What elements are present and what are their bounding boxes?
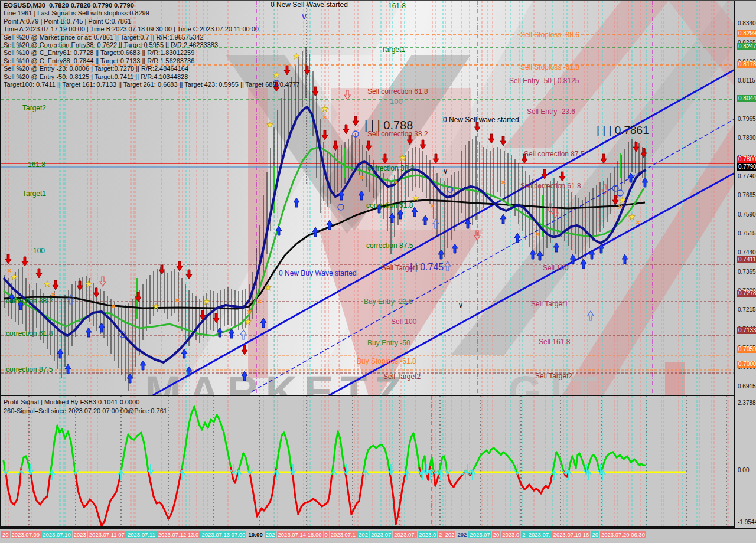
chart-annotation: Target1 bbox=[382, 46, 405, 53]
time-label[interactable]: 10:00 bbox=[247, 531, 263, 538]
v-marker-icon: ∨ bbox=[301, 11, 308, 21]
price-badge: 0.8178 bbox=[737, 61, 756, 68]
price-axis[interactable]: 0.83400.82650.81900.81150.80400.79650.78… bbox=[734, 1, 756, 395]
sell-arrow-icon bbox=[186, 270, 192, 279]
time-label[interactable]: 2023.07.09 bbox=[11, 531, 41, 538]
price-chart[interactable]: MARKETZGIT★★★★★★★★★★★★★★★××××××××××××××∨… bbox=[0, 1, 734, 395]
chart-annotation: Sell Entry -23.6 bbox=[527, 108, 575, 115]
chart-annotation: Sell Entry -50 | 0.8125 bbox=[509, 77, 579, 84]
time-axis[interactable]: 202023.07.092023.07.1020232023.07.11 072… bbox=[0, 528, 756, 543]
buy-arrow-icon bbox=[581, 259, 586, 269]
star-icon: ★ bbox=[321, 104, 329, 113]
sell-arrow-icon bbox=[22, 257, 28, 266]
time-label[interactable]: 202 bbox=[444, 531, 456, 538]
signal-info-block: EOSUSD,M30 0.7820 0.7820 0.7790 0.7790Li… bbox=[4, 2, 299, 89]
star-icon: ★ bbox=[628, 212, 636, 221]
star-icon: ★ bbox=[412, 193, 420, 202]
time-label[interactable]: 2023.0 bbox=[501, 531, 520, 538]
chart-annotation: 100 bbox=[390, 97, 403, 105]
x-marker-icon: × bbox=[175, 296, 180, 305]
chart-annotation: Sell Stoploss -61.8 bbox=[520, 64, 579, 71]
time-label[interactable]: 2023.07 bbox=[468, 531, 491, 538]
time-label[interactable]: 2 bbox=[521, 531, 526, 538]
time-label[interactable]: 0 bbox=[324, 531, 329, 538]
chart-annotation: Buy Entry -23.6 bbox=[364, 298, 413, 305]
time-label[interactable]: 2023.07.20 06:30 bbox=[600, 531, 646, 538]
time-label[interactable]: 2023.07.11 07 bbox=[88, 531, 126, 538]
indicator-canvas bbox=[1, 396, 734, 526]
x-marker-icon: × bbox=[111, 302, 116, 310]
chart-annotation: Sell 100 bbox=[391, 318, 416, 325]
star-icon: ★ bbox=[399, 153, 407, 162]
chart-annotation: Sell Target2 bbox=[535, 372, 572, 380]
sell-arrow-icon bbox=[488, 134, 494, 143]
price-badge: 0.7278 bbox=[737, 290, 756, 297]
chart-annotation: Sell 161.8 bbox=[539, 338, 570, 345]
star-icon: ★ bbox=[265, 283, 272, 292]
time-label[interactable]: 2023.07.11 bbox=[126, 531, 157, 538]
price-badge: 0.8299 bbox=[737, 30, 756, 37]
chart-annotation: Sell correction 38.2 bbox=[367, 130, 428, 138]
x-marker-icon: × bbox=[322, 113, 327, 122]
time-label[interactable]: 2023.07.1 bbox=[330, 531, 357, 538]
sell-arrow-icon bbox=[77, 281, 83, 290]
chart-annotation: correction 38.2 bbox=[6, 297, 53, 305]
svg-text:MARKETZ: MARKETZ bbox=[145, 367, 408, 395]
indicator-tick: 0.00 bbox=[738, 467, 749, 473]
time-label[interactable]: 2 bbox=[438, 531, 443, 538]
x-marker-icon: × bbox=[618, 202, 623, 211]
time-label[interactable]: 2023.07. bbox=[527, 531, 552, 538]
chart-annotation: 161.8 bbox=[28, 161, 45, 168]
time-label[interactable]: 2023.07. bbox=[393, 531, 417, 538]
indicator-tick: 2.3788 bbox=[738, 400, 756, 406]
time-label[interactable]: 202 bbox=[456, 531, 468, 538]
chart-annotation: Sell correction 61.8 bbox=[367, 88, 428, 95]
star-icon: ★ bbox=[203, 297, 211, 306]
time-label[interactable]: 202 bbox=[265, 531, 276, 538]
time-label[interactable]: 2023.0 bbox=[418, 531, 437, 538]
price-tick: 0.7365 bbox=[738, 269, 756, 275]
time-label[interactable]: 2023.07.19 16 bbox=[552, 531, 591, 538]
indicator-panel[interactable]: Profit-Signal | Modified By FSB3 0.1041 … bbox=[0, 395, 734, 528]
chart-annotation: | | | 0.788 bbox=[364, 119, 413, 131]
chart-annotation: correction 61.8 bbox=[6, 330, 53, 337]
price-badge: 0.8247 bbox=[737, 43, 756, 50]
info-line: Target100: 0.7411 || Target 161: 0.7133 … bbox=[4, 81, 299, 89]
trading-chart-window: MARKETZGIT★★★★★★★★★★★★★★★××××××××××××××∨… bbox=[0, 0, 756, 543]
price-tick: 0.7665 bbox=[738, 192, 756, 198]
chart-annotation: Sell correction 87.5 bbox=[524, 151, 585, 158]
time-label[interactable]: 2023.07.10 bbox=[41, 531, 72, 538]
price-badge: 0.7800 bbox=[737, 156, 756, 163]
buy-arrow-icon bbox=[622, 254, 628, 264]
price-badge: 0.7790 bbox=[737, 163, 756, 171]
sell-arrow-icon bbox=[177, 261, 183, 271]
time-label[interactable]: 2023 bbox=[73, 531, 87, 538]
time-label[interactable]: 2023.07 bbox=[370, 531, 392, 538]
price-tick: 0.8340 bbox=[738, 20, 756, 27]
indicator-axis[interactable]: 2.37880.00-1.9544 bbox=[734, 395, 756, 528]
price-badge: 0.7059 bbox=[737, 346, 756, 353]
chart-annotation: Sell Stoploss -88.6 bbox=[520, 31, 579, 38]
info-line: Sell %10 @ C_Entry61: 0.7728 || Target:0… bbox=[4, 49, 299, 57]
info-line: Sell %20 @ Entry -23: 0.8006 | Target:0.… bbox=[4, 65, 299, 73]
v-marker-icon: ∨ bbox=[458, 300, 464, 309]
star-icon: ★ bbox=[152, 302, 160, 311]
x-marker-icon: × bbox=[359, 173, 364, 182]
indicator-info-block: Profit-Signal | Modified By FSB3 0.1041 … bbox=[4, 398, 167, 416]
oscillator-line bbox=[4, 407, 645, 526]
time-label[interactable]: 202 bbox=[357, 531, 369, 538]
time-label[interactable]: 20 bbox=[492, 531, 501, 538]
chart-annotation: Buy Entry -50 bbox=[367, 339, 410, 346]
time-label[interactable]: 20 bbox=[591, 531, 599, 538]
info-line: Line:1961 | Last Signal is:Sell with sto… bbox=[4, 9, 299, 17]
buy-arrow-icon bbox=[65, 364, 71, 374]
time-label[interactable]: 2023.07.12 13:0 bbox=[157, 531, 200, 538]
time-label[interactable]: 2023.07.14 18:00 bbox=[277, 531, 323, 538]
price-tick: 0.7440 bbox=[738, 249, 756, 256]
time-label[interactable]: 20 bbox=[1, 531, 10, 538]
star-icon: ★ bbox=[245, 317, 252, 326]
time-label[interactable]: 2023.07.13 07:00 bbox=[200, 531, 246, 538]
price-tick: 0.7515 bbox=[738, 230, 756, 237]
chart-annotation: 0 New Sell wave started bbox=[443, 116, 519, 123]
chart-annotation: 161.8 bbox=[388, 2, 406, 9]
